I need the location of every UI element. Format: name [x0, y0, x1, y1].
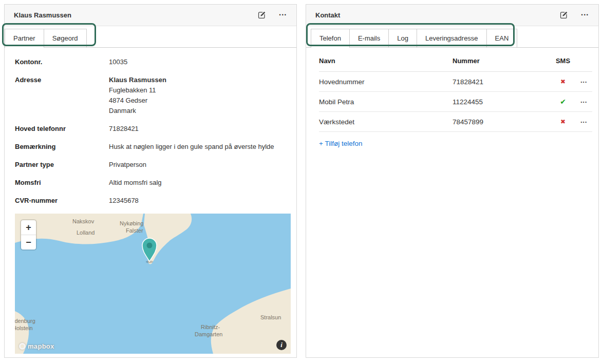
- column-header-nummer: Nummer: [453, 57, 551, 65]
- phone-name: Hovednummer: [319, 78, 453, 86]
- field-label: Partner type: [15, 160, 109, 170]
- field-label: Kontonr.: [15, 57, 109, 67]
- mapbox-logo-text: mapbox: [28, 342, 54, 350]
- column-header-navn: Navn: [319, 57, 453, 65]
- address-line: 4874 Gedser: [109, 95, 289, 106]
- column-header-sms: SMS: [551, 57, 575, 65]
- mapbox-logo-icon: [19, 343, 26, 350]
- address-line: Klaus Rasmussen: [109, 75, 289, 85]
- field-partner-type: Partner type Privatperson: [15, 160, 289, 170]
- tab-partner[interactable]: Partner: [5, 29, 44, 48]
- row-menu-icon[interactable]: •••: [575, 80, 593, 84]
- table-row: Hovednummer 71828421 ✖ •••: [319, 72, 592, 92]
- zoom-out-button[interactable]: −: [21, 235, 36, 250]
- edit-icon[interactable]: [257, 11, 266, 20]
- map-place-label: Ribnitz-: [201, 324, 220, 330]
- map-place-label: Damgarten: [195, 331, 222, 337]
- sms-status-icon: ✖: [551, 118, 575, 125]
- field-value: Privatperson: [109, 160, 289, 170]
- kontakt-tab-strip: Telefon E-mails Log Leveringsadresse EAN: [306, 26, 598, 48]
- tab-emails[interactable]: E-mails: [349, 29, 389, 47]
- map-place-label: ldenburg: [15, 318, 35, 324]
- field-momsfri: Momsfri Altid momsfri salg: [15, 178, 289, 188]
- map-attribution-icon[interactable]: i: [276, 340, 287, 350]
- address-block: Klaus Rasmussen Fuglebakken 11 4874 Geds…: [109, 75, 289, 116]
- field-label: Adresse: [15, 75, 109, 116]
- sms-status-icon: ✔: [551, 98, 575, 106]
- table-header-row: Navn Nummer SMS: [319, 57, 592, 72]
- row-menu-icon[interactable]: •••: [575, 100, 593, 104]
- field-label: Bemærkning: [15, 142, 109, 152]
- address-line: Fuglebakken 11: [109, 85, 289, 95]
- address-line: Danmark: [109, 106, 289, 116]
- sms-status-icon: ✖: [551, 78, 575, 85]
- field-value: 71828421: [109, 124, 289, 134]
- map-place-label: Stralsun: [260, 314, 281, 320]
- more-options-icon[interactable]: •••: [581, 13, 589, 17]
- mapbox-logo[interactable]: mapbox: [19, 342, 54, 350]
- tab-leveringsadresse[interactable]: Leveringsadresse: [417, 29, 487, 47]
- partner-panel-title: Klaus Rasmussen: [14, 11, 257, 19]
- tab-sogeord[interactable]: Søgeord: [44, 29, 87, 47]
- zoom-in-button[interactable]: +: [21, 220, 36, 235]
- phone-number: 78457899: [453, 118, 551, 126]
- partner-panel: Klaus Rasmussen ••• Partner Søgeord Kont…: [4, 4, 297, 358]
- map-zoom-control: + −: [21, 220, 36, 250]
- row-menu-icon[interactable]: •••: [575, 120, 593, 124]
- field-bemaerkning: Bemærkning Husk at nøglen ligger i den g…: [15, 142, 289, 152]
- add-phone-link[interactable]: + Tilføj telefon: [319, 140, 362, 147]
- phone-name: Værkstedet: [319, 118, 453, 126]
- kontakt-panel-header: Kontakt •••: [306, 5, 598, 26]
- kontakt-panel: Kontakt ••• Telefon E-mails Log Levering…: [306, 4, 599, 358]
- field-label: Momsfri: [15, 178, 109, 188]
- field-kontonr: Kontonr. 10035: [15, 57, 289, 67]
- phone-number: 71828421: [453, 78, 551, 86]
- table-row: Værkstedet 78457899 ✖ •••: [319, 112, 592, 132]
- partner-header-actions: •••: [257, 11, 287, 20]
- field-hoved-telefonnr: Hoved telefonnr 71828421: [15, 124, 289, 134]
- field-label: Hoved telefonnr: [15, 124, 109, 134]
- field-cvr-nummer: CVR-nummer 12345678: [15, 196, 289, 206]
- tab-telefon[interactable]: Telefon: [311, 29, 350, 48]
- table-row: Mobil Petra 11224455 ✔ •••: [319, 92, 592, 112]
- more-options-icon[interactable]: •••: [279, 13, 287, 17]
- tab-log[interactable]: Log: [388, 29, 417, 47]
- kontakt-header-actions: •••: [559, 11, 589, 20]
- field-value: 12345678: [109, 196, 289, 206]
- field-adresse: Adresse Klaus Rasmussen Fuglebakken 11 4…: [15, 75, 289, 116]
- partner-panel-header: Klaus Rasmussen •••: [5, 5, 296, 26]
- phone-number: 11224455: [453, 98, 551, 106]
- map[interactable]: Nakskov Lolland Nykøbing Falster Stralsu…: [15, 214, 291, 354]
- field-value: 10035: [109, 57, 289, 67]
- field-value: Altid momsfri salg: [109, 178, 289, 188]
- map-basemap: [15, 214, 291, 354]
- kontakt-panel-title: Kontakt: [315, 11, 559, 19]
- map-place-label: Lolland: [77, 229, 95, 236]
- map-place-label: Falster: [126, 227, 143, 234]
- partner-tab-strip: Partner Søgeord: [5, 26, 296, 48]
- field-value: Husk at nøglen ligger i den gule spand p…: [109, 142, 289, 152]
- edit-icon[interactable]: [559, 11, 568, 20]
- field-label: CVR-nummer: [15, 196, 109, 206]
- map-place-label: Nykøbing: [120, 220, 143, 226]
- map-place-label: Holstein: [15, 325, 33, 331]
- partner-detail-body: Kontonr. 10035 Adresse Klaus Rasmussen F…: [5, 48, 296, 354]
- tab-ean[interactable]: EAN: [486, 29, 518, 47]
- map-place-label: Nakskov: [72, 218, 94, 224]
- phone-name: Mobil Petra: [319, 98, 453, 106]
- telefon-table: Navn Nummer SMS Hovednummer 71828421 ✖ •…: [306, 48, 598, 148]
